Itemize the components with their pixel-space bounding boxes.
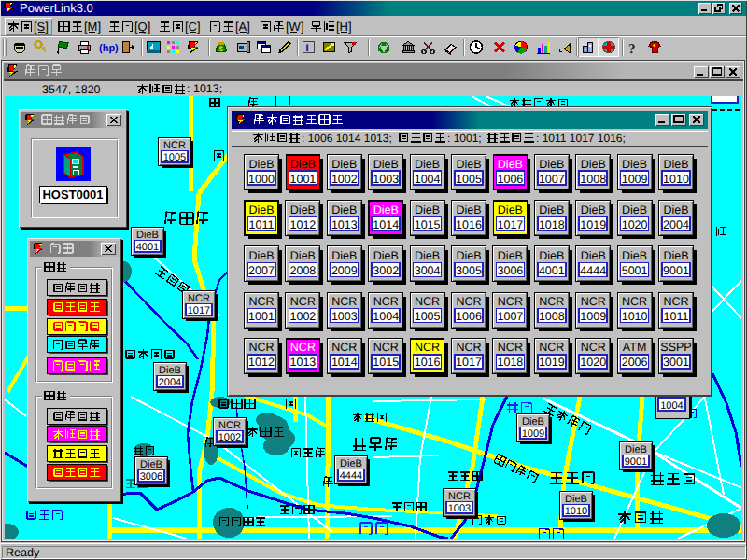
svg-text:NCR: NCR: [415, 295, 440, 308]
svg-text:?: ?: [628, 42, 636, 57]
svg-text:NCR: NCR: [456, 295, 481, 308]
svg-text:3547, 1820: 3547, 1820: [42, 83, 101, 96]
svg-text:1005: 1005: [415, 310, 441, 323]
svg-text:DieB: DieB: [622, 249, 647, 262]
svg-text:4001: 4001: [539, 264, 565, 277]
svg-text:1016: 1016: [456, 218, 482, 231]
svg-text:4444: 4444: [340, 470, 362, 482]
svg-text:NCR: NCR: [188, 293, 210, 304]
svg-text:DieB: DieB: [374, 249, 399, 262]
svg-text:DieB: DieB: [539, 203, 564, 217]
svg-text:2004: 2004: [663, 218, 689, 231]
svg-text:1017: 1017: [188, 305, 210, 316]
svg-text:2004: 2004: [159, 377, 181, 388]
svg-text:DieB: DieB: [522, 416, 544, 427]
svg-text:Ready: Ready: [6, 546, 40, 559]
svg-text:DieB: DieB: [498, 203, 523, 217]
svg-text:NCR: NCR: [539, 341, 564, 354]
svg-text:1017: 1017: [456, 356, 482, 369]
svg-text:NCR: NCR: [663, 295, 688, 308]
svg-text:1018: 1018: [539, 218, 565, 231]
svg-text:1014: 1014: [331, 356, 358, 369]
svg-text:3006: 3006: [140, 471, 162, 483]
svg-text:DieB: DieB: [248, 249, 274, 262]
svg-text:DieB: DieB: [456, 158, 481, 171]
svg-text:3001: 3001: [663, 356, 689, 369]
svg-text:1004: 1004: [660, 400, 683, 412]
svg-text:4444: 4444: [580, 264, 606, 277]
svg-text:1000: 1000: [248, 173, 275, 186]
svg-text:NCR: NCR: [248, 341, 274, 354]
svg-text:1010: 1010: [663, 173, 689, 186]
svg-text:1010: 1010: [622, 310, 648, 323]
svg-text:NCR: NCR: [498, 295, 523, 308]
svg-text:1009: 1009: [580, 310, 606, 323]
svg-text:DieB: DieB: [331, 249, 357, 262]
svg-text:1018: 1018: [497, 356, 523, 369]
svg-text:1012: 1012: [289, 218, 316, 231]
svg-text:DieB: DieB: [581, 249, 606, 262]
svg-text:NCR: NCR: [290, 295, 316, 308]
svg-text:NCR: NCR: [290, 341, 316, 354]
svg-text:1015: 1015: [415, 218, 441, 231]
svg-text:DieB: DieB: [159, 365, 181, 376]
svg-text:DieB: DieB: [290, 203, 316, 217]
svg-text:NCR: NCR: [415, 341, 440, 354]
svg-text:1012: 1012: [248, 356, 275, 369]
svg-text:DieB: DieB: [248, 203, 274, 217]
svg-text:1014: 1014: [373, 218, 399, 231]
svg-text:DieB: DieB: [498, 249, 523, 262]
svg-text:DieB: DieB: [581, 203, 606, 217]
svg-text:4001: 4001: [136, 242, 159, 253]
svg-text:1005: 1005: [456, 173, 482, 186]
svg-text:1016: 1016: [415, 356, 441, 369]
svg-text:[A]: [A]: [235, 20, 250, 34]
svg-text:[W]: [W]: [286, 20, 304, 34]
svg-text:1003: 1003: [448, 503, 471, 514]
svg-text:DieB: DieB: [136, 230, 159, 241]
svg-text:DieB: DieB: [415, 203, 440, 217]
svg-text:DieB: DieB: [622, 158, 647, 171]
svg-text:(hp): (hp): [99, 43, 119, 54]
svg-text:I: I: [306, 43, 309, 54]
svg-text:3005: 3005: [456, 264, 482, 277]
svg-text:DieB: DieB: [248, 158, 274, 171]
svg-text:[Q]: [Q]: [134, 20, 150, 34]
svg-text:DieB: DieB: [290, 158, 316, 171]
svg-text:DieB: DieB: [565, 494, 587, 505]
svg-text:2007: 2007: [248, 264, 275, 277]
svg-text:DieB: DieB: [340, 458, 362, 469]
svg-text:NCR: NCR: [331, 341, 357, 354]
svg-text:3006: 3006: [497, 264, 523, 277]
svg-text:1017: 1017: [497, 218, 523, 231]
svg-text:9001: 9001: [625, 456, 647, 468]
svg-text:DieB: DieB: [374, 158, 399, 171]
svg-text:DieB: DieB: [663, 249, 688, 262]
svg-text:DieB: DieB: [290, 249, 316, 262]
svg-text:DieB: DieB: [415, 249, 440, 262]
svg-text:3002: 3002: [373, 264, 399, 277]
svg-text:[C]: [C]: [185, 20, 201, 34]
svg-text:1006: 1006: [497, 173, 523, 186]
svg-text:1019: 1019: [580, 218, 606, 231]
svg-text:1011: 1011: [249, 218, 275, 231]
svg-text:1007: 1007: [539, 173, 565, 186]
svg-text:1004: 1004: [373, 310, 399, 323]
svg-text:DieB: DieB: [663, 158, 688, 171]
svg-text:1002: 1002: [218, 432, 241, 443]
svg-text:1009: 1009: [622, 173, 648, 186]
svg-text:SSPP: SSPP: [660, 341, 691, 354]
svg-text:3004: 3004: [415, 264, 441, 277]
svg-text:: 1006 1014 1013;: : 1006 1014 1013;: [302, 132, 392, 145]
svg-text:2009: 2009: [331, 264, 358, 277]
svg-text:1002: 1002: [331, 173, 358, 186]
svg-text:NCR: NCR: [581, 341, 606, 354]
svg-text:DieB: DieB: [140, 459, 162, 470]
svg-text:[M]: [M]: [84, 20, 101, 34]
svg-text:1020: 1020: [622, 218, 648, 231]
svg-text:DieB: DieB: [581, 158, 606, 171]
svg-text:NCR: NCR: [218, 420, 241, 431]
svg-text:2008: 2008: [289, 264, 316, 277]
svg-text:1008: 1008: [539, 310, 565, 323]
svg-text:NCR: NCR: [163, 140, 186, 151]
